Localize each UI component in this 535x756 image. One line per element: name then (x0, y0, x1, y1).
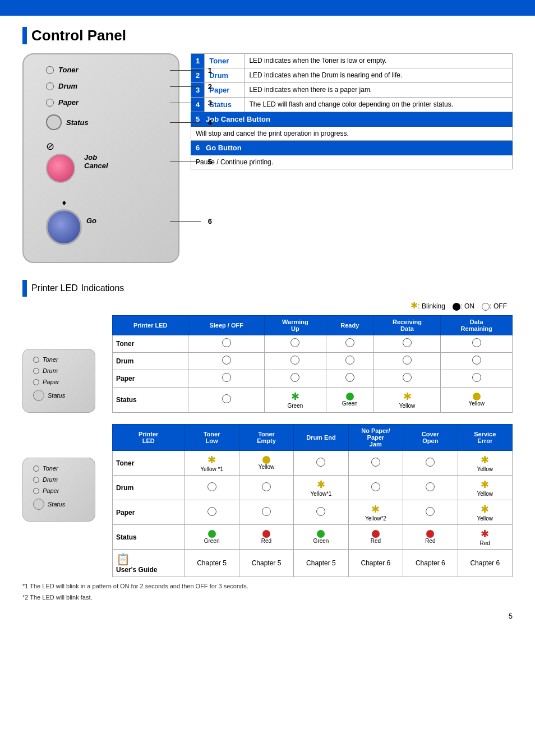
on-label: ON (464, 302, 474, 310)
top-bar (0, 0, 535, 16)
cell (326, 370, 373, 387)
row2-paper: Paper (113, 500, 185, 525)
chapter-6-label-3: Chapter 6 (470, 559, 500, 567)
footnote-2: *2 The LED will blink fast. (22, 594, 513, 601)
toner-empty-toner: Yellow (243, 456, 290, 470)
off-circle (426, 458, 435, 467)
off-circle (426, 507, 435, 516)
go-button[interactable] (46, 209, 82, 245)
line-3 (170, 103, 201, 103)
cp-info-table: 1 Toner LED indicates when the Toner is … (191, 53, 513, 169)
printer-led-title: Printer LED Indications (31, 280, 124, 294)
off-circle (345, 373, 354, 382)
paper-led-circle (46, 99, 54, 107)
table-row: Status Green Red (113, 525, 513, 550)
job-cancel-button[interactable] (46, 154, 75, 183)
on-red-circle (262, 530, 270, 538)
cell2: Green (294, 525, 348, 550)
on-circle-legend (453, 303, 460, 311)
off-circle (222, 394, 231, 403)
control-panel-section: Control Panel (22, 27, 513, 44)
paper-jam-status: Red (352, 530, 399, 544)
off-circle (403, 356, 412, 365)
chapter-5-label-3: Chapter 5 (306, 559, 336, 567)
row2-status: Status (113, 525, 185, 550)
blink-yellow-star2: ✱ (481, 454, 489, 466)
off-circle (316, 458, 325, 467)
status-circle (46, 114, 62, 130)
line-4 (170, 122, 201, 123)
table-row-users-guide: 📋 User's Guide Chapter 5 Chapter 5 (113, 550, 513, 577)
cell (326, 335, 373, 353)
blink-star-yellow: ✱ (403, 390, 412, 403)
page-number: 5 (22, 612, 513, 620)
small-paper-led (33, 379, 39, 385)
small-drum-label: Drum (43, 367, 58, 374)
th2-cover-open: CoverOpen (403, 425, 458, 451)
cell (326, 352, 373, 370)
blink-star-green: ✱ (291, 390, 299, 403)
off-circle (345, 338, 354, 347)
blink-yellow-star5: ✱ (371, 503, 380, 515)
small-toner-label: Toner (43, 356, 58, 363)
off-circle (472, 356, 481, 365)
blink-yellow-star4: ✱ (481, 478, 489, 491)
page-title: Control Panel (31, 27, 126, 44)
green-label: Green (288, 403, 303, 409)
blink-star-legend: ✱ (411, 301, 418, 310)
small-status-label: Status (48, 392, 65, 399)
th2-service-error: ServiceError (458, 425, 512, 451)
yellow-label6: Yellow (477, 515, 493, 522)
cell2-ch5-1: Chapter 5 (185, 550, 239, 577)
led-table-2: PrinterLED TonerLow TonerEmpty Drum End … (112, 424, 513, 577)
th-printer-led: Printer LED (113, 316, 188, 335)
printer-led-title-row: Printer LED Indications (22, 280, 513, 298)
cell2: ✱ Yellow*2 (348, 500, 403, 525)
green-label4: Green (313, 538, 329, 544)
num-cell-3: 3 (191, 83, 205, 98)
on-green-cell: Green (330, 393, 370, 407)
on-yellow-circle (473, 393, 481, 400)
yellow-label2: Yellow (468, 400, 485, 407)
table-row-go: 6 Go Button (191, 141, 513, 155)
cell2: ✱ Yellow (458, 500, 512, 525)
table-row: Toner (113, 335, 513, 353)
th-ready: Ready (326, 316, 373, 335)
job-cancel-header: 5 Job Cancel Button (191, 112, 513, 127)
table-row-go-desc: Pause / Continue printing. (191, 155, 513, 169)
small-paper-label: Paper (43, 379, 59, 385)
led-drum-item: Drum 2 (46, 82, 167, 90)
toner-label: Toner (58, 66, 79, 74)
cell2 (239, 476, 293, 500)
small2-paper-label: Paper (43, 487, 59, 494)
chapter-5-label-1: Chapter 5 (197, 559, 227, 567)
small2-toner-led (33, 465, 39, 472)
cell2-ch5-3: Chapter 5 (294, 550, 348, 577)
cancel-icon: ⊘ (46, 140, 54, 153)
cell2-ch5-2: Chapter 5 (239, 550, 293, 577)
cell (188, 370, 264, 387)
cell2 (185, 500, 239, 525)
on-red-circle2 (372, 530, 380, 538)
line-5 (170, 162, 201, 162)
service-error-paper: ✱ Yellow (462, 503, 509, 522)
drum-end-status: Green (297, 530, 344, 544)
th-receiving-data: ReceivingData (373, 316, 441, 335)
cell2-ch6-1: Chapter 6 (348, 550, 403, 577)
off-circle (207, 482, 216, 491)
row-label-drum: Drum (113, 352, 188, 370)
th2-toner-empty: TonerEmpty (239, 425, 293, 451)
blink-yellow-star6: ✱ (481, 503, 489, 515)
cell: ✱ Yellow (373, 387, 441, 412)
small2-toner-label: Toner (43, 465, 58, 472)
users-guide-icon-wrapper: 📋 User's Guide (116, 552, 181, 574)
cell2 (403, 476, 458, 500)
toner-led-circle (46, 66, 54, 74)
led-status-item: Status 4 (46, 114, 167, 130)
num-3: 3 (208, 98, 212, 107)
small2-drum: Drum (33, 476, 88, 483)
off-label: OFF (494, 302, 507, 310)
desc-cell-drum: LED indicates when the Drum is nearing e… (245, 68, 513, 83)
cell (373, 335, 441, 353)
table-row: Drum (113, 352, 513, 370)
